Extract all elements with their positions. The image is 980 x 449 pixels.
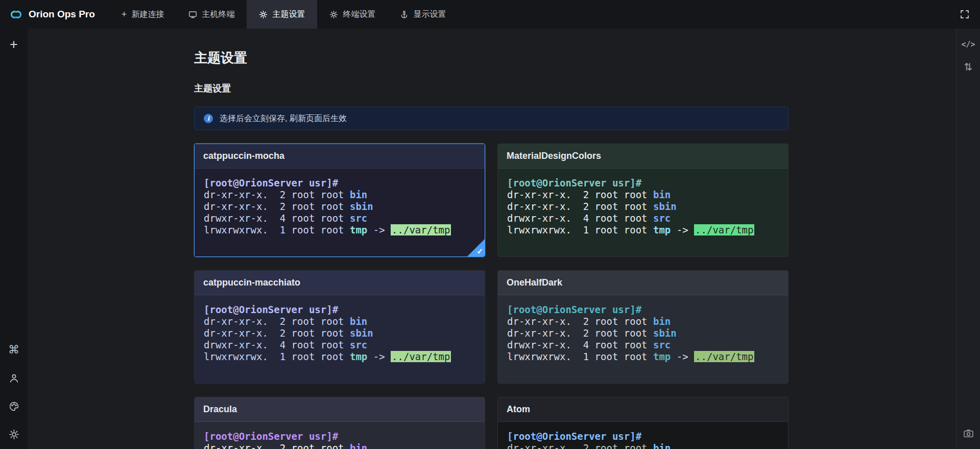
theme-name: catppuccin-mocha [195, 144, 485, 169]
anchor-icon [400, 10, 409, 19]
nav-label: 终端设置 [343, 9, 375, 20]
terminal-preview: [root@OrionServer usr]#dr-xr-xr-x. 2 roo… [498, 422, 788, 449]
main-content: 主题设置 主题设置 i 选择后会立刻保存, 刷新页面后生效 catppuccin… [28, 29, 956, 449]
palette-icon [9, 401, 19, 412]
theme-card[interactable]: catppuccin-mocha [root@OrionServer usr]#… [194, 144, 485, 257]
check-icon: ✓ [476, 247, 483, 256]
fullscreen-icon[interactable] [960, 9, 970, 19]
nav-item-new-connection[interactable]: + 新建连接 [109, 0, 177, 29]
theme-name: MaterialDesignColors [498, 144, 788, 169]
user-icon [9, 373, 19, 384]
plus-icon: + [10, 38, 18, 52]
theme-name: OneHalfDark [498, 271, 788, 295]
alert-text: 选择后会立刻保存, 刷新页面后生效 [220, 113, 347, 124]
code-icon: </> [961, 40, 975, 49]
info-icon: i [204, 114, 213, 123]
left-sidebar: + ⌘ [0, 29, 28, 449]
theme-name: catppuccin-macchiato [195, 271, 485, 295]
right-sidebar: </> ⇅ [956, 29, 980, 449]
code-view-button[interactable]: </> [961, 37, 976, 52]
top-navigation-bar: Orion Ops Pro + 新建连接 主机终端 主题设置 [0, 0, 980, 29]
nav-label: 显示设置 [413, 9, 446, 20]
main-nav: + 新建连接 主机终端 主题设置 [109, 0, 459, 29]
sort-button[interactable]: ⇅ [961, 59, 976, 75]
theme-card[interactable]: Atom [root@OrionServer usr]#dr-xr-xr-x. … [497, 397, 788, 449]
user-button[interactable] [6, 370, 21, 386]
theme-button[interactable] [6, 398, 21, 414]
nav-label: 新建连接 [131, 9, 164, 20]
theme-name: Atom [498, 397, 788, 422]
screenshot-button[interactable] [961, 426, 976, 441]
gear-icon [329, 10, 338, 19]
nav-item-terminal-settings[interactable]: 终端设置 [317, 0, 388, 29]
gear-icon [9, 429, 19, 440]
nav-item-theme-settings[interactable]: 主题设置 [247, 0, 317, 29]
sort-icon: ⇅ [964, 61, 973, 73]
theme-card[interactable]: Dracula [root@OrionServer usr]#dr-xr-xr-… [194, 397, 485, 449]
theme-name: Dracula [195, 397, 485, 422]
terminal-preview: [root@OrionServer usr]#dr-xr-xr-x. 2 roo… [195, 169, 485, 256]
terminal-preview: [root@OrionServer usr]#dr-xr-xr-x. 2 roo… [195, 422, 485, 449]
camera-icon [963, 428, 974, 439]
app-logo[interactable]: Orion Ops Pro [0, 0, 109, 29]
page-title: 主题设置 [194, 49, 788, 67]
settings-button[interactable] [6, 427, 21, 442]
app-title: Orion Ops Pro [29, 9, 95, 20]
gear-icon [259, 10, 268, 19]
terminal-preview: [root@OrionServer usr]#dr-xr-xr-x. 2 roo… [498, 295, 788, 383]
nav-item-host-terminal[interactable]: 主机终端 [176, 0, 247, 29]
add-connection-button[interactable]: + [6, 37, 21, 52]
terminal-preview: [root@OrionServer usr]#dr-xr-xr-x. 2 roo… [498, 169, 788, 256]
left-sidebar-bottom: ⌘ [6, 342, 21, 442]
topbar-actions [960, 0, 980, 29]
theme-card[interactable]: catppuccin-macchiato [root@OrionServer u… [194, 270, 485, 384]
content-container: 主题设置 主题设置 i 选择后会立刻保存, 刷新页面后生效 catppuccin… [194, 29, 788, 449]
nav-label: 主题设置 [272, 9, 305, 20]
nav-item-display-settings[interactable]: 显示设置 [388, 0, 458, 29]
command-icon: ⌘ [8, 344, 19, 356]
theme-card[interactable]: MaterialDesignColors [root@OrionServer u… [497, 144, 788, 257]
terminal-preview: [root@OrionServer usr]#dr-xr-xr-x. 2 roo… [195, 295, 485, 383]
terminal-monitor-icon [188, 10, 197, 19]
theme-grid: catppuccin-mocha [root@OrionServer usr]#… [194, 144, 788, 449]
plus-icon: + [122, 10, 127, 19]
nav-label: 主机终端 [202, 9, 234, 20]
section-title: 主题设置 [194, 82, 788, 94]
info-alert: i 选择后会立刻保存, 刷新页面后生效 [194, 107, 788, 130]
command-shortcuts-button[interactable]: ⌘ [6, 342, 21, 358]
theme-card[interactable]: OneHalfDark [root@OrionServer usr]#dr-xr… [497, 270, 788, 384]
logo-icon [9, 8, 23, 21]
